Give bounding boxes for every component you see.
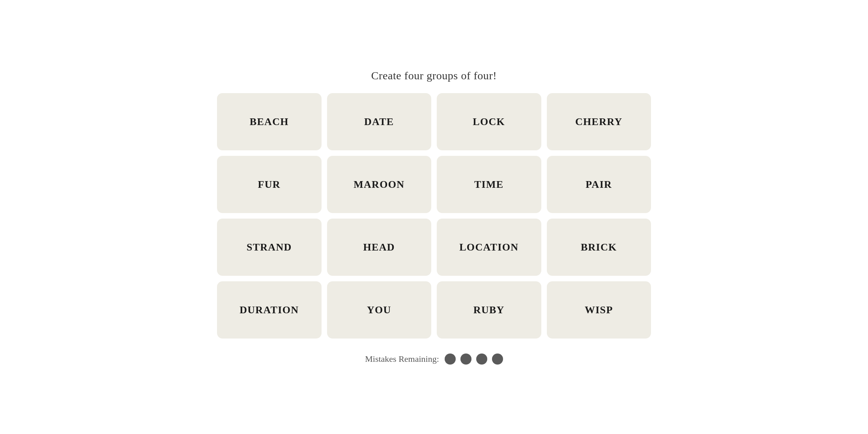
- tile-label-brick: BRICK: [581, 241, 617, 253]
- tile-label-strand: STRAND: [247, 241, 292, 253]
- tile-brick[interactable]: BRICK: [547, 219, 651, 276]
- tile-label-wisp: WISP: [585, 304, 613, 316]
- tile-date[interactable]: DATE: [327, 93, 432, 150]
- tile-label-you: YOU: [367, 304, 391, 316]
- mistakes-area: Mistakes Remaining:: [365, 354, 503, 365]
- tile-beach[interactable]: BEACH: [217, 93, 322, 150]
- game-container: Create four groups of four! BEACHDATELOC…: [217, 69, 651, 365]
- tile-pair[interactable]: PAIR: [547, 156, 651, 213]
- tile-duration[interactable]: DURATION: [217, 281, 322, 339]
- game-subtitle: Create four groups of four!: [371, 69, 497, 82]
- tile-time[interactable]: TIME: [437, 156, 541, 213]
- tile-label-duration: DURATION: [239, 304, 299, 316]
- tile-label-time: TIME: [474, 179, 504, 191]
- tile-label-lock: LOCK: [473, 116, 505, 128]
- tile-strand[interactable]: STRAND: [217, 219, 322, 276]
- mistakes-label: Mistakes Remaining:: [365, 354, 439, 364]
- mistake-dot-1: [445, 354, 456, 365]
- tile-cherry[interactable]: CHERRY: [547, 93, 651, 150]
- tile-fur[interactable]: FUR: [217, 156, 322, 213]
- mistake-dot-3: [476, 354, 487, 365]
- mistake-dot-4: [492, 354, 503, 365]
- tile-label-head: HEAD: [363, 241, 395, 253]
- tile-label-cherry: CHERRY: [575, 116, 623, 128]
- mistake-dot-2: [460, 354, 471, 365]
- tile-wisp[interactable]: WISP: [547, 281, 651, 339]
- tile-label-fur: FUR: [258, 179, 281, 191]
- tile-label-location: LOCATION: [459, 241, 518, 253]
- tile-ruby[interactable]: RUBY: [437, 281, 541, 339]
- tile-head[interactable]: HEAD: [327, 219, 432, 276]
- tile-lock[interactable]: LOCK: [437, 93, 541, 150]
- tile-label-maroon: MAROON: [354, 179, 404, 191]
- tile-label-pair: PAIR: [586, 179, 612, 191]
- tile-grid: BEACHDATELOCKCHERRYFURMAROONTIMEPAIRSTRA…: [217, 93, 651, 339]
- tile-label-ruby: RUBY: [473, 304, 505, 316]
- tile-you[interactable]: YOU: [327, 281, 432, 339]
- tile-label-date: DATE: [364, 116, 394, 128]
- mistakes-dots: [445, 354, 503, 365]
- tile-maroon[interactable]: MAROON: [327, 156, 432, 213]
- tile-location[interactable]: LOCATION: [437, 219, 541, 276]
- tile-label-beach: BEACH: [250, 116, 289, 128]
